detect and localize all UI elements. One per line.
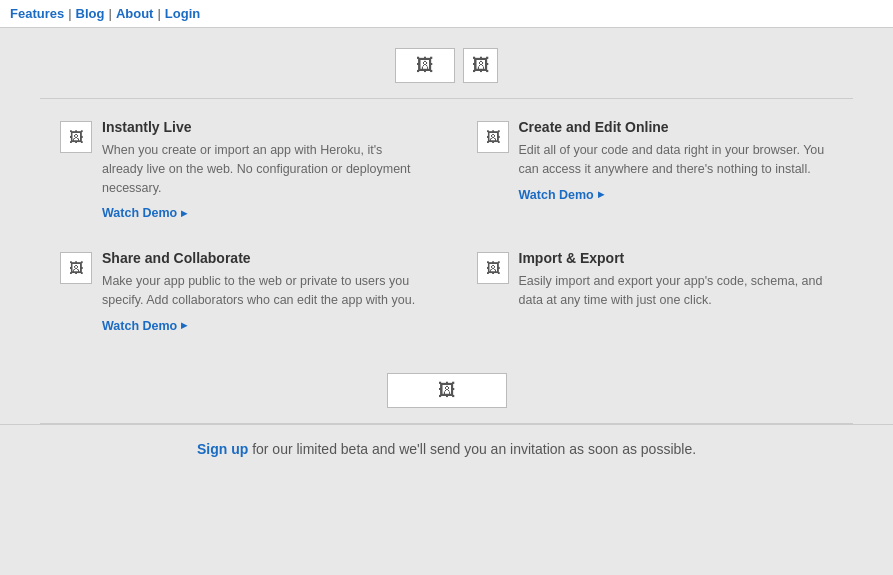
feature-title-share-collaborate: Share and Collaborate bbox=[102, 250, 417, 266]
signup-section: Sign up for our limited beta and we'll s… bbox=[0, 424, 893, 473]
feature-title-create-edit: Create and Edit Online bbox=[519, 119, 834, 135]
feature-icon-instantly-live: 🖼 bbox=[60, 121, 92, 153]
feature-desc-import-export: Easily import and export your app's code… bbox=[519, 272, 834, 310]
feature-desc-instantly-live: When you create or import an app with He… bbox=[102, 141, 417, 197]
feature-desc-share-collaborate: Make your app public to the web or priva… bbox=[102, 272, 417, 310]
main-content: 🖼 🖼 🖼 Instantly Live When you create or … bbox=[0, 28, 893, 473]
feature-import-export: 🖼 Import & Export Easily import and expo… bbox=[477, 250, 834, 333]
feature-title-import-export: Import & Export bbox=[519, 250, 834, 266]
feature-desc-create-edit: Edit all of your code and data right in … bbox=[519, 141, 834, 179]
nav-about[interactable]: About bbox=[116, 6, 154, 21]
feature-icon-share-collaborate: 🖼 bbox=[60, 252, 92, 284]
nav-blog[interactable]: Blog bbox=[76, 6, 105, 21]
feature-share-collaborate: 🖼 Share and Collaborate Make your app pu… bbox=[60, 250, 417, 333]
nav-features[interactable]: Features bbox=[10, 6, 64, 21]
feature-content-share-collaborate: Share and Collaborate Make your app publ… bbox=[102, 250, 417, 333]
feature-instantly-live: 🖼 Instantly Live When you create or impo… bbox=[60, 119, 417, 220]
nav-sep-1: | bbox=[68, 6, 71, 21]
feature-icon-img-3: 🖼 bbox=[69, 260, 83, 276]
bottom-button-section: 🖼 bbox=[0, 353, 893, 423]
feature-create-edit: 🖼 Create and Edit Online Edit all of you… bbox=[477, 119, 834, 220]
signup-text: for our limited beta and we'll send you … bbox=[248, 441, 696, 457]
feature-title-instantly-live: Instantly Live bbox=[102, 119, 417, 135]
nav-sep-3: | bbox=[157, 6, 160, 21]
signup-link[interactable]: Sign up bbox=[197, 441, 248, 457]
bottom-signup-button-image: 🖼 bbox=[387, 373, 507, 408]
watch-demo-link-create-edit[interactable]: Watch Demo bbox=[519, 188, 604, 202]
feature-icon-img-2: 🖼 bbox=[486, 129, 500, 145]
bottom-signup-icon: 🖼 bbox=[438, 380, 456, 401]
feature-content-import-export: Import & Export Easily import and export… bbox=[519, 250, 834, 318]
feature-icon-import-export: 🖼 bbox=[477, 252, 509, 284]
nav-sep-2: | bbox=[108, 6, 111, 21]
watch-demo-link-share-collaborate[interactable]: Watch Demo bbox=[102, 319, 187, 333]
hero-section: 🖼 🖼 bbox=[0, 28, 893, 98]
feature-content-instantly-live: Instantly Live When you create or import… bbox=[102, 119, 417, 220]
top-navigation: Features | Blog | About | Login bbox=[0, 0, 893, 28]
nav-login[interactable]: Login bbox=[165, 6, 200, 21]
features-section: 🖼 Instantly Live When you create or impo… bbox=[0, 99, 893, 353]
feature-content-create-edit: Create and Edit Online Edit all of your … bbox=[519, 119, 834, 202]
feature-icon-create-edit: 🖼 bbox=[477, 121, 509, 153]
feature-icon-img-1: 🖼 bbox=[69, 129, 83, 145]
features-grid: 🖼 Instantly Live When you create or impo… bbox=[60, 119, 833, 333]
hero-image-2: 🖼 bbox=[463, 48, 498, 83]
hero-image-1: 🖼 bbox=[395, 48, 455, 83]
watch-demo-link-instantly-live[interactable]: Watch Demo bbox=[102, 206, 187, 220]
hero-image-icon-1: 🖼 bbox=[416, 55, 434, 76]
hero-image-icon-2: 🖼 bbox=[472, 55, 490, 76]
feature-icon-img-4: 🖼 bbox=[486, 260, 500, 276]
